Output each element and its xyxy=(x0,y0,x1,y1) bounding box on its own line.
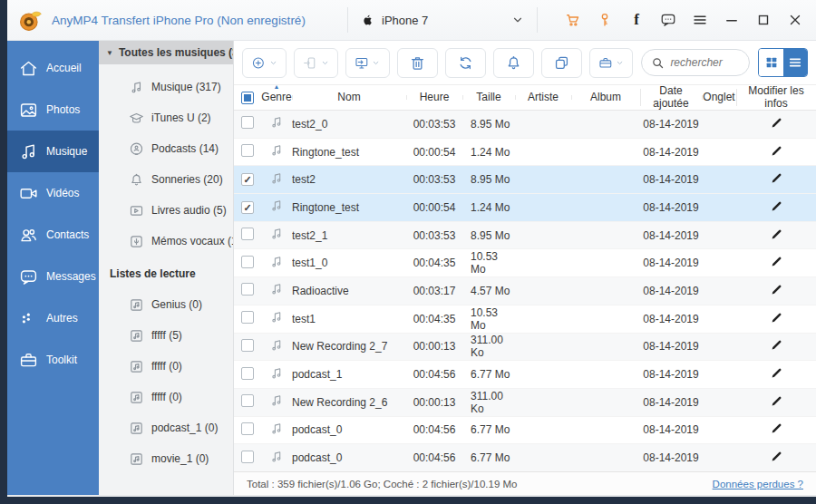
lost-data-link[interactable]: Données perdues ? xyxy=(713,479,803,489)
edit-icon[interactable] xyxy=(770,338,783,352)
select-all-checkbox[interactable] xyxy=(241,92,254,104)
sidebar-item-messages[interactable]: Messages xyxy=(7,256,99,297)
column-header-album[interactable]: Album xyxy=(571,92,640,103)
grid-view-button[interactable] xyxy=(759,49,782,76)
row-checkbox[interactable] xyxy=(241,144,254,157)
table-row[interactable]: Ringtone_test00:00:541.24 Mo08-14-2019 xyxy=(234,139,816,167)
edit-icon[interactable] xyxy=(770,199,783,213)
music-note-icon xyxy=(269,422,284,436)
column-header-artiste[interactable]: Artiste xyxy=(515,92,571,103)
collapse-caret-icon: ▼ xyxy=(106,49,113,57)
library-category-label: Musique (317) xyxy=(151,81,221,93)
column-header-date[interactable]: Date ajoutée xyxy=(640,85,702,109)
add-button[interactable] xyxy=(242,48,287,78)
row-checkbox[interactable] xyxy=(241,256,254,268)
row-checkbox[interactable] xyxy=(241,451,254,463)
table-row[interactable]: New Recording 2_700:00:13311.00 Ko08-14-… xyxy=(234,334,816,362)
edit-icon[interactable] xyxy=(770,255,783,268)
edit-icon[interactable] xyxy=(770,228,783,241)
edit-icon[interactable] xyxy=(770,366,783,380)
key-icon[interactable] xyxy=(597,12,613,28)
table-row[interactable]: ✓Ringtone_test00:00:541.24 Mo08-14-2019 xyxy=(234,194,816,222)
copy-button[interactable] xyxy=(541,48,582,78)
refresh-button[interactable] xyxy=(445,48,486,78)
row-checkbox[interactable] xyxy=(241,283,254,296)
table-row[interactable]: test2_000:03:538.95 Mo08-14-2019 xyxy=(234,111,816,139)
song-duration: 00:00:13 xyxy=(406,340,462,353)
column-header-nom[interactable]: Nom xyxy=(292,92,406,103)
feedback-icon[interactable] xyxy=(660,12,676,28)
row-checkbox[interactable] xyxy=(241,311,254,324)
row-checkbox[interactable]: ✓ xyxy=(241,201,254,214)
menu-icon[interactable] xyxy=(692,12,708,28)
column-header-taille[interactable]: Taille xyxy=(462,92,515,103)
row-checkbox[interactable] xyxy=(241,367,254,380)
ringtone-button[interactable] xyxy=(493,48,534,78)
sidebar-item-contacts[interactable]: Contacts xyxy=(7,214,99,256)
export-to-pc-button[interactable] xyxy=(345,48,390,78)
playlist-item[interactable]: movie_1 (0) xyxy=(99,443,233,474)
edit-icon[interactable] xyxy=(770,144,783,158)
toolkit-button[interactable] xyxy=(589,48,634,78)
table-row[interactable]: test1_000:04:3510.53 Mo08-14-2019 xyxy=(234,249,816,277)
cart-icon[interactable] xyxy=(565,12,581,28)
close-icon[interactable] xyxy=(787,12,803,28)
photos-icon xyxy=(19,101,38,120)
song-date-added: 08-14-2019 xyxy=(640,173,702,186)
library-category[interactable]: Musique (317) xyxy=(99,72,233,102)
table-row[interactable]: New Recording 2_600:00:13311.00 Ko08-14-… xyxy=(234,389,816,417)
table-row[interactable]: test2_100:03:538.95 Mo08-14-2019 xyxy=(234,222,816,250)
facebook-icon[interactable]: f xyxy=(628,12,645,28)
row-checkbox[interactable] xyxy=(241,339,254,352)
sidebar-item-accueil[interactable]: Accueil xyxy=(7,47,99,89)
table-row[interactable]: Radioactive00:03:174.57 Mo08-14-2019 xyxy=(234,277,816,305)
toolbar xyxy=(234,41,816,85)
table-row[interactable]: podcast_000:04:566.77 Mo08-14-2019 xyxy=(234,444,816,471)
edit-icon[interactable] xyxy=(770,422,783,435)
podcast-icon xyxy=(129,141,144,157)
row-checkbox[interactable] xyxy=(241,394,254,407)
sidebar-item-toolkit[interactable]: Toolkit xyxy=(7,339,99,381)
library-category[interactable]: Livres audio (5) xyxy=(99,195,233,226)
column-header-modifier[interactable]: Modifier les infos xyxy=(736,85,816,109)
sidebar-item-musique[interactable]: Musique xyxy=(7,131,99,172)
table-row[interactable]: ✓test200:03:538.95 Mo08-14-2019 xyxy=(234,166,816,194)
sidebar-item-photos[interactable]: Photos xyxy=(7,89,99,131)
delete-button[interactable] xyxy=(397,48,438,78)
export-to-device-button[interactable] xyxy=(294,48,338,78)
library-category[interactable]: Mémos vocaux (1) xyxy=(99,226,233,257)
edit-icon[interactable] xyxy=(770,450,783,463)
row-checkbox[interactable] xyxy=(241,116,254,129)
edit-icon[interactable] xyxy=(770,311,783,325)
maximize-icon[interactable] xyxy=(755,12,772,28)
library-category[interactable]: Podcasts (14) xyxy=(99,133,233,164)
row-checkbox[interactable] xyxy=(241,422,254,435)
row-checkbox[interactable] xyxy=(241,228,254,240)
edit-icon[interactable] xyxy=(770,171,783,185)
edit-icon[interactable] xyxy=(770,116,783,130)
table-row[interactable]: podcast_100:04:566.77 Mo08-14-2019 xyxy=(234,361,816,389)
row-checkbox[interactable]: ✓ xyxy=(241,173,254,186)
library-category[interactable]: Sonneries (20) xyxy=(99,164,233,195)
search-input[interactable] xyxy=(670,56,743,69)
column-header-heure[interactable]: Heure xyxy=(406,92,462,103)
sidebar-item-autres[interactable]: Autres xyxy=(7,297,99,339)
playlist-item[interactable]: fffff (5) xyxy=(99,320,233,351)
song-date-added: 08-14-2019 xyxy=(640,313,702,325)
column-header-onglet[interactable]: Onglet xyxy=(702,92,736,103)
list-view-button[interactable] xyxy=(783,49,807,76)
sidebar-item-vid-os[interactable]: Vidéos xyxy=(7,172,99,214)
device-selector[interactable]: iPhone 7 xyxy=(347,7,538,33)
minimize-icon[interactable] xyxy=(724,12,740,28)
playlist-item[interactable]: Genius (0) xyxy=(99,289,233,320)
playlist-item[interactable]: fffff (0) xyxy=(99,382,233,412)
table-row[interactable]: test100:04:3510.53 Mo08-14-2019 xyxy=(234,305,816,334)
library-header[interactable]: ▼ Toutes les musiques (359 xyxy=(99,41,233,64)
table-row[interactable]: podcast_000:04:566.77 Mo08-14-2019 xyxy=(234,417,816,445)
playlist-item[interactable]: fffff (0) xyxy=(99,351,233,382)
column-header-genre[interactable]: Genre xyxy=(261,92,292,103)
library-category[interactable]: iTunes U (2) xyxy=(99,102,233,133)
edit-icon[interactable] xyxy=(770,394,783,408)
edit-icon[interactable] xyxy=(770,283,783,296)
playlist-item[interactable]: podcast_1 (0) xyxy=(99,412,233,443)
